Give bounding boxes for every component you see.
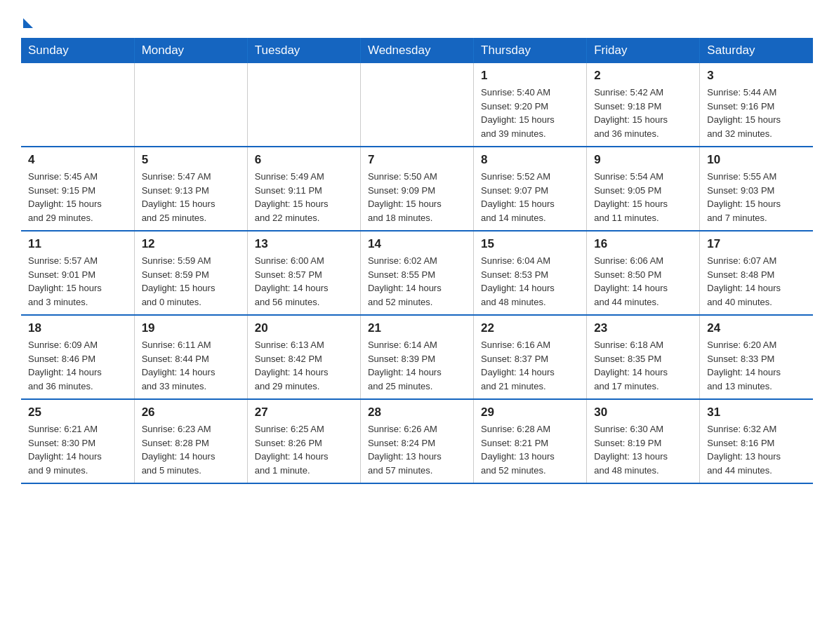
day-number: 1: [481, 69, 579, 83]
day-number: 25: [28, 405, 127, 420]
day-info: Sunrise: 6:13 AMSunset: 8:42 PMDaylight:…: [255, 338, 353, 393]
day-number: 30: [594, 405, 692, 420]
day-info: Sunrise: 5:45 AMSunset: 9:15 PMDaylight:…: [28, 170, 127, 224]
day-number: 8: [481, 153, 579, 167]
day-of-week-header: Wednesday: [360, 38, 473, 63]
day-number: 2: [594, 69, 692, 83]
day-info: Sunrise: 6:07 AMSunset: 8:48 PMDaylight:…: [707, 254, 806, 309]
day-number: 23: [594, 321, 692, 335]
calendar-cell: 12Sunrise: 5:59 AMSunset: 8:59 PMDayligh…: [134, 231, 247, 315]
day-number: 4: [28, 153, 127, 167]
calendar-cell: 18Sunrise: 6:09 AMSunset: 8:46 PMDayligh…: [21, 315, 134, 399]
calendar-cell: 20Sunrise: 6:13 AMSunset: 8:42 PMDayligh…: [247, 315, 360, 399]
day-number: 22: [481, 321, 579, 335]
day-number: 11: [28, 237, 127, 251]
day-number: 29: [481, 405, 579, 420]
calendar-cell: 13Sunrise: 6:00 AMSunset: 8:57 PMDayligh…: [247, 231, 360, 315]
calendar-cell: 11Sunrise: 5:57 AMSunset: 9:01 PMDayligh…: [21, 231, 134, 315]
day-info: Sunrise: 5:44 AMSunset: 9:16 PMDaylight:…: [707, 86, 806, 140]
day-info: Sunrise: 5:55 AMSunset: 9:03 PMDaylight:…: [707, 170, 806, 224]
day-of-week-header: Thursday: [474, 38, 587, 63]
day-info: Sunrise: 6:14 AMSunset: 8:39 PMDaylight:…: [368, 338, 466, 393]
calendar-cell: 15Sunrise: 6:04 AMSunset: 8:53 PMDayligh…: [474, 231, 587, 315]
calendar-cell: 14Sunrise: 6:02 AMSunset: 8:55 PMDayligh…: [360, 231, 473, 315]
calendar-cell: 2Sunrise: 5:42 AMSunset: 9:18 PMDaylight…: [587, 63, 700, 147]
day-number: 15: [481, 237, 579, 251]
day-info: Sunrise: 6:25 AMSunset: 8:26 PMDaylight:…: [255, 422, 353, 477]
day-info: Sunrise: 6:09 AMSunset: 8:46 PMDaylight:…: [28, 338, 127, 393]
day-number: 12: [142, 237, 240, 251]
day-info: Sunrise: 5:49 AMSunset: 9:11 PMDaylight:…: [255, 170, 353, 224]
day-number: 5: [142, 153, 240, 167]
day-number: 13: [255, 237, 353, 251]
day-info: Sunrise: 6:32 AMSunset: 8:16 PMDaylight:…: [707, 422, 806, 477]
calendar-week-row: 11Sunrise: 5:57 AMSunset: 9:01 PMDayligh…: [21, 231, 813, 315]
page-header: [21, 14, 813, 25]
day-number: 7: [368, 153, 466, 167]
day-info: Sunrise: 5:42 AMSunset: 9:18 PMDaylight:…: [594, 86, 692, 140]
calendar-cell: 1Sunrise: 5:40 AMSunset: 9:20 PMDaylight…: [474, 63, 587, 147]
calendar-cell: 21Sunrise: 6:14 AMSunset: 8:39 PMDayligh…: [360, 315, 473, 399]
calendar-cell: 8Sunrise: 5:52 AMSunset: 9:07 PMDaylight…: [474, 147, 587, 231]
calendar-cell: 19Sunrise: 6:11 AMSunset: 8:44 PMDayligh…: [134, 315, 247, 399]
day-info: Sunrise: 5:40 AMSunset: 9:20 PMDaylight:…: [481, 86, 579, 140]
calendar-cell: 27Sunrise: 6:25 AMSunset: 8:26 PMDayligh…: [247, 399, 360, 483]
day-number: 21: [368, 321, 466, 335]
calendar-cell: 28Sunrise: 6:26 AMSunset: 8:24 PMDayligh…: [360, 399, 473, 483]
day-info: Sunrise: 6:26 AMSunset: 8:24 PMDaylight:…: [368, 422, 466, 477]
calendar-cell: [247, 63, 360, 147]
day-of-week-header: Sunday: [21, 38, 134, 63]
day-info: Sunrise: 6:28 AMSunset: 8:21 PMDaylight:…: [481, 422, 579, 477]
day-number: 6: [255, 153, 353, 167]
day-info: Sunrise: 6:16 AMSunset: 8:37 PMDaylight:…: [481, 338, 579, 393]
day-number: 3: [707, 69, 806, 83]
calendar-cell: 25Sunrise: 6:21 AMSunset: 8:30 PMDayligh…: [21, 399, 134, 483]
calendar-cell: 24Sunrise: 6:20 AMSunset: 8:33 PMDayligh…: [700, 315, 813, 399]
calendar-cell: [360, 63, 473, 147]
calendar-cell: 17Sunrise: 6:07 AMSunset: 8:48 PMDayligh…: [700, 231, 813, 315]
calendar-cell: 3Sunrise: 5:44 AMSunset: 9:16 PMDaylight…: [700, 63, 813, 147]
calendar-header-row: SundayMondayTuesdayWednesdayThursdayFrid…: [21, 38, 813, 63]
calendar-cell: 30Sunrise: 6:30 AMSunset: 8:19 PMDayligh…: [587, 399, 700, 483]
calendar-cell: 16Sunrise: 6:06 AMSunset: 8:50 PMDayligh…: [587, 231, 700, 315]
day-info: Sunrise: 6:20 AMSunset: 8:33 PMDaylight:…: [707, 338, 806, 393]
day-info: Sunrise: 6:06 AMSunset: 8:50 PMDaylight:…: [594, 254, 692, 309]
day-info: Sunrise: 5:50 AMSunset: 9:09 PMDaylight:…: [368, 170, 466, 224]
day-number: 26: [142, 405, 240, 420]
calendar-cell: 23Sunrise: 6:18 AMSunset: 8:35 PMDayligh…: [587, 315, 700, 399]
day-number: 18: [28, 321, 127, 335]
day-number: 9: [594, 153, 692, 167]
day-info: Sunrise: 6:04 AMSunset: 8:53 PMDaylight:…: [481, 254, 579, 309]
calendar-cell: 10Sunrise: 5:55 AMSunset: 9:03 PMDayligh…: [700, 147, 813, 231]
day-number: 28: [368, 405, 466, 420]
calendar-week-row: 4Sunrise: 5:45 AMSunset: 9:15 PMDaylight…: [21, 147, 813, 231]
day-of-week-header: Saturday: [700, 38, 813, 63]
day-info: Sunrise: 6:18 AMSunset: 8:35 PMDaylight:…: [594, 338, 692, 393]
day-info: Sunrise: 5:52 AMSunset: 9:07 PMDaylight:…: [481, 170, 579, 224]
day-info: Sunrise: 5:57 AMSunset: 9:01 PMDaylight:…: [28, 254, 127, 309]
day-info: Sunrise: 6:02 AMSunset: 8:55 PMDaylight:…: [368, 254, 466, 309]
calendar-cell: 22Sunrise: 6:16 AMSunset: 8:37 PMDayligh…: [474, 315, 587, 399]
day-of-week-header: Tuesday: [247, 38, 360, 63]
day-number: 10: [707, 153, 806, 167]
calendar-cell: 26Sunrise: 6:23 AMSunset: 8:28 PMDayligh…: [134, 399, 247, 483]
calendar-cell: [21, 63, 134, 147]
day-number: 17: [707, 237, 806, 251]
calendar-week-row: 25Sunrise: 6:21 AMSunset: 8:30 PMDayligh…: [21, 399, 813, 483]
day-number: 24: [707, 321, 806, 335]
day-of-week-header: Friday: [587, 38, 700, 63]
day-info: Sunrise: 5:47 AMSunset: 9:13 PMDaylight:…: [142, 170, 240, 224]
day-info: Sunrise: 5:59 AMSunset: 8:59 PMDaylight:…: [142, 254, 240, 309]
calendar-cell: 9Sunrise: 5:54 AMSunset: 9:05 PMDaylight…: [587, 147, 700, 231]
day-number: 27: [255, 405, 353, 420]
day-number: 19: [142, 321, 240, 335]
calendar-cell: [134, 63, 247, 147]
day-info: Sunrise: 6:00 AMSunset: 8:57 PMDaylight:…: [255, 254, 353, 309]
calendar-table: SundayMondayTuesdayWednesdayThursdayFrid…: [21, 38, 813, 484]
day-info: Sunrise: 6:11 AMSunset: 8:44 PMDaylight:…: [142, 338, 240, 393]
day-info: Sunrise: 6:30 AMSunset: 8:19 PMDaylight:…: [594, 422, 692, 477]
calendar-cell: 29Sunrise: 6:28 AMSunset: 8:21 PMDayligh…: [474, 399, 587, 483]
day-number: 14: [368, 237, 466, 251]
calendar-cell: 7Sunrise: 5:50 AMSunset: 9:09 PMDaylight…: [360, 147, 473, 231]
calendar-cell: 4Sunrise: 5:45 AMSunset: 9:15 PMDaylight…: [21, 147, 134, 231]
